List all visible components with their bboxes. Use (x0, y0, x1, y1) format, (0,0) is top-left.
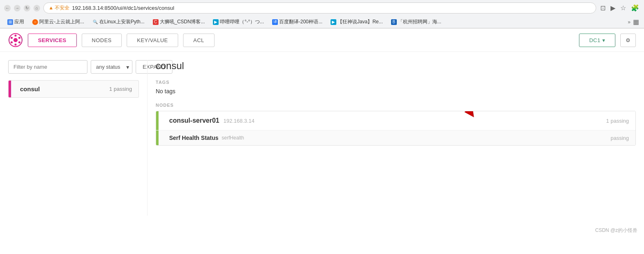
bookmark-hangzhou[interactable]: B 「杭州招聘网」海... (388, 18, 445, 26)
bookmark-apps-label: 应用 (14, 18, 24, 25)
service-name: consul (20, 85, 109, 92)
bookmark-csdn-label: 大狮吼_CSDN博客... (160, 18, 205, 25)
browser-menu-icon[interactable]: ▦ (632, 17, 640, 27)
forward-button[interactable]: → (14, 5, 20, 11)
bookmark-apps[interactable]: ⊞ 应用 (4, 18, 27, 26)
home-button[interactable]: ⌂ (34, 5, 40, 11)
baidu-translate-icon: 译 (272, 19, 278, 25)
status-select[interactable]: any status passing warning critical (91, 60, 132, 74)
app-content: SERVICES NODES KEY/VALUE ACL DC1 ▾ ⚙ any… (0, 29, 644, 237)
bookmark-csdn[interactable]: C 大狮吼_CSDN博客... (150, 18, 208, 26)
back-button[interactable]: ← (4, 5, 11, 11)
filter-by-name-input[interactable] (8, 60, 87, 74)
bookmarks-bar: ⊞ 应用 ○ 阿里云-上云就上阿... 🔍 在Linux上安装Pyth... C… (0, 16, 644, 28)
url-text: 192.168.3.14:8500/ui/#/dc1/services/cons… (72, 5, 174, 11)
svg-point-5 (15, 44, 17, 46)
health-check-name: Serf Health Status (169, 135, 219, 141)
status-select-wrapper: any status passing warning critical (91, 60, 132, 74)
nodes-section-label: NODES (156, 103, 636, 108)
right-panel: consul TAGS No tags NODES (147, 60, 636, 216)
svg-point-7 (11, 37, 13, 39)
watermark: CSDN @z的小怪兽 (0, 224, 644, 237)
bookmark-linux[interactable]: 🔍 在Linux上安装Pyth... (89, 18, 148, 26)
media-icon[interactable]: ▶ (610, 3, 616, 13)
bookmark-bilibili-label: 哔哩哔哩（°-°）つ... (220, 18, 264, 25)
reload-button[interactable]: ↻ (24, 5, 30, 11)
linux-icon: 🔍 (92, 19, 98, 25)
main-layout: any status passing warning critical EXPA… (0, 52, 644, 224)
node-ip: 192.168.3.14 (224, 118, 255, 124)
node-passing-count: 1 passing (606, 118, 629, 124)
svg-point-3 (18, 37, 20, 39)
nav-key-value-button[interactable]: KEY/VALUE (127, 34, 178, 47)
nav-dc-button[interactable]: DC1 ▾ (579, 34, 615, 47)
bookmark-kuangshen[interactable]: ▶ 【狂神说Java】Re... (327, 18, 386, 26)
node-name: consul-server01 (169, 117, 219, 124)
service-status-bar (9, 81, 11, 97)
health-status-indicator (156, 130, 159, 145)
filter-row: any status passing warning critical EXPA… (8, 60, 139, 74)
left-panel: any status passing warning critical EXPA… (8, 60, 147, 216)
browser-action-icons: ⊡ ▶ ☆ 🧩 (599, 3, 640, 13)
bookmarks-more[interactable]: » (628, 19, 631, 25)
bookmark-bilibili[interactable]: ▶ 哔哩哔哩（°-°）つ... (210, 18, 267, 26)
node-row-consul-server01[interactable]: consul-server01 192.168.3.14 1 passing (156, 111, 635, 130)
browser-toolbar: ← → ↻ ⌂ ▲ 不安全 192.168.3.14:8500/ui/#/dc1… (0, 0, 644, 16)
no-tags-text: No tags (156, 88, 636, 94)
extensions-icon[interactable]: 🧩 (630, 3, 640, 13)
nav-settings-button[interactable]: ⚙ (620, 34, 636, 47)
health-check-row-serf[interactable]: Serf Health Status serfHealth passing (156, 130, 635, 145)
aliyun-icon: ○ (32, 19, 38, 25)
bookmark-aliyun-label: 阿里云-上云就上阿... (39, 18, 84, 25)
nav-acl-button[interactable]: ACL (183, 34, 215, 47)
service-detail-title: consul (156, 60, 636, 72)
browser-chrome: ← → ↻ ⌂ ▲ 不安全 192.168.3.14:8500/ui/#/dc1… (0, 0, 644, 29)
dc-label: DC1 (589, 37, 601, 43)
bilibili-icon: ▶ (213, 19, 219, 25)
kuangshen-icon: ▶ (331, 19, 336, 25)
bookmark-hangzhou-label: 「杭州招聘网」海... (398, 18, 441, 25)
svg-point-2 (15, 35, 17, 37)
bookmark-kuangshen-label: 【狂神说Java】Re... (338, 18, 383, 25)
bookmark-icon[interactable]: ☆ (619, 3, 627, 13)
consul-nav: SERVICES NODES KEY/VALUE ACL DC1 ▾ ⚙ (0, 29, 644, 52)
svg-point-6 (11, 41, 13, 43)
svg-point-1 (13, 38, 18, 42)
health-check-tag: serfHealth (222, 135, 244, 141)
bookmark-linux-label: 在Linux上安装Pyth... (99, 18, 145, 25)
hangzhou-icon: B (391, 19, 397, 25)
nav-nodes-button[interactable]: NODES (82, 34, 122, 47)
nodes-table: consul-server01 192.168.3.14 1 passing S… (156, 111, 636, 146)
tags-label: TAGS (156, 80, 636, 85)
health-check-status: passing (610, 135, 629, 141)
bookmark-baidu-label: 百度翻译-200种语... (279, 18, 322, 25)
apps-grid-icon: ⊞ (7, 19, 13, 25)
cast-icon[interactable]: ⊡ (599, 3, 606, 13)
node-status-indicator (156, 111, 159, 130)
csdn-icon: C (153, 19, 159, 25)
consul-logo (8, 33, 23, 47)
bookmark-baidu[interactable]: 译 百度翻译-200种语... (269, 18, 326, 26)
service-item-consul[interactable]: consul 1 passing (8, 80, 139, 98)
nav-services-button[interactable]: SERVICES (28, 34, 77, 47)
service-passing-count: 1 passing (109, 86, 132, 92)
dc-dropdown-icon: ▾ (602, 37, 606, 43)
svg-point-4 (18, 41, 20, 43)
bookmark-aliyun[interactable]: ○ 阿里云-上云就上阿... (29, 18, 87, 26)
security-warning: ▲ 不安全 (49, 4, 69, 11)
address-bar[interactable]: ▲ 不安全 192.168.3.14:8500/ui/#/dc1/service… (43, 2, 596, 13)
